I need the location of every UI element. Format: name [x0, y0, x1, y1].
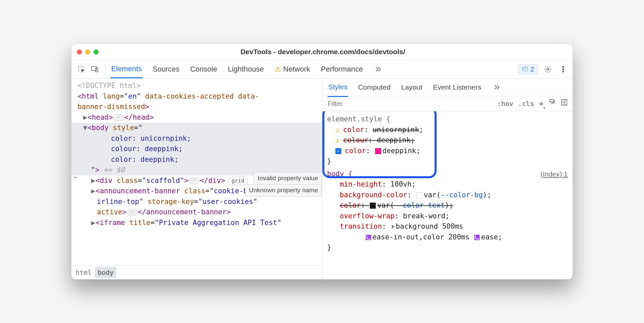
- svg-point-7: [562, 71, 564, 72]
- breadcrumb[interactable]: html body: [71, 265, 322, 279]
- decl-overflow-wrap[interactable]: overflow-wrap: break-word;: [327, 211, 568, 222]
- sidebar-subtabs: Styles Computed Layout Event Listeners: [322, 79, 573, 96]
- easing-icon[interactable]: [474, 235, 480, 240]
- styles-filterbar: :hov .cls +▾: [322, 96, 573, 111]
- window-title: DevTools - developer.chrome.com/docs/dev…: [99, 48, 547, 56]
- ellipsis-icon[interactable]: ⋯: [188, 178, 200, 184]
- selected-body-node[interactable]: ⋯ ▼<body style=" color: unicornpink; col…: [71, 123, 322, 176]
- titlebar: DevTools - developer.chrome.com/docs/dev…: [71, 44, 573, 60]
- inspect-element-icon[interactable]: [75, 63, 88, 75]
- more-menu-icon[interactable]: [558, 64, 569, 75]
- ellipsis-icon[interactable]: ⋯: [113, 114, 124, 121]
- styles-sidebar: Styles Computed Layout Event Listeners :…: [322, 79, 573, 279]
- toolbar-right: 2: [518, 64, 569, 75]
- computed-toggle-icon[interactable]: [560, 99, 568, 109]
- decl-bg[interactable]: background-color: var(--color-bg);: [327, 190, 568, 201]
- decl-transition-cont[interactable]: ease-in-out,color 200ms ease;: [327, 232, 568, 243]
- decl-transition[interactable]: transition: background 500ms: [327, 221, 568, 232]
- announcement-banner-2: irline-top" storage-key="user-cookies": [71, 197, 322, 207]
- rule-close-body: }: [327, 242, 568, 253]
- crumb-body[interactable]: body: [95, 267, 116, 278]
- maximize-window-icon[interactable]: [94, 49, 99, 55]
- svg-rect-3: [522, 67, 527, 71]
- separator: [106, 65, 106, 74]
- decl-color[interactable]: color: var(--color-text);: [327, 200, 568, 211]
- selector-element-style: element.style {: [327, 114, 568, 125]
- svg-rect-9: [561, 100, 567, 105]
- settings-icon[interactable]: [542, 64, 553, 75]
- tab-lighthouse[interactable]: Lighthouse: [227, 61, 265, 78]
- color-swatch-icon[interactable]: [375, 148, 381, 154]
- color-swatch-icon[interactable]: [370, 203, 376, 209]
- cls-toggle[interactable]: .cls: [518, 99, 534, 109]
- crumb-html[interactable]: html: [75, 267, 92, 278]
- svg-point-5: [562, 66, 564, 68]
- svg-point-6: [562, 69, 564, 70]
- main-toolbar: Elements Sources Console Lighthouse Netw…: [71, 60, 573, 79]
- panel-tabs: Elements Sources Console Lighthouse Netw…: [111, 61, 383, 78]
- warning-icon: ⚠: [335, 136, 340, 144]
- more-tabs-icon[interactable]: [373, 64, 383, 75]
- subtab-listeners[interactable]: Event Listeners: [432, 78, 482, 97]
- styles-rules[interactable]: element.style { ⚠color: unicornpink; ⚠co…: [322, 111, 573, 279]
- color-swatch-icon[interactable]: [417, 192, 423, 198]
- more-subtabs-icon[interactable]: [491, 82, 502, 93]
- dom-tree[interactable]: <!DOCTYPE html> <html lang="en" data-coo…: [71, 79, 322, 265]
- elements-panel: <!DOCTYPE html> <html lang="en" data-coo…: [71, 79, 322, 279]
- subtab-layout[interactable]: Layout: [400, 78, 423, 97]
- paint-icon[interactable]: [548, 99, 556, 109]
- checkbox-icon[interactable]: ✓: [335, 148, 341, 154]
- decl-color-invalid[interactable]: ⚠color: unicornpink;: [327, 125, 568, 135]
- head-line[interactable]: ▶<head>⋯</head>: [71, 112, 322, 123]
- rule-close: }: [327, 156, 568, 167]
- traffic-lights: [77, 49, 99, 55]
- svg-point-4: [547, 68, 549, 70]
- source-link[interactable]: (index):1: [540, 169, 568, 180]
- grid-badge[interactable]: grid: [228, 177, 248, 185]
- decl-min-height[interactable]: min-height: 100vh;: [327, 179, 568, 190]
- tab-performance[interactable]: Performance: [320, 61, 364, 78]
- easing-icon[interactable]: [366, 235, 371, 240]
- announcement-banner-3: active>⋯</announcement-banner>: [71, 207, 322, 218]
- style-line-2: colour: deeppink;: [71, 144, 322, 154]
- selector-body: body {: [327, 169, 568, 180]
- decl-color-valid[interactable]: ✓color: deeppink;: [327, 146, 568, 156]
- element-style-rule[interactable]: element.style { ⚠color: unicornpink; ⚠co…: [327, 114, 568, 167]
- iframe-line[interactable]: ▶<iframe title="Private Aggregation API …: [71, 218, 322, 228]
- devtools-window: DevTools - developer.chrome.com/docs/dev…: [71, 43, 573, 280]
- tooltip-invalid-value: Invalid property value: [254, 172, 322, 185]
- tooltip-unknown-name: Unknown property name: [245, 184, 322, 197]
- content-area: <!DOCTYPE html> <html lang="en" data-coo…: [71, 79, 573, 279]
- tab-console[interactable]: Console: [189, 61, 218, 78]
- overflow-icon[interactable]: ⋯: [73, 172, 78, 183]
- doctype-line[interactable]: <!DOCTYPE html>: [71, 81, 322, 91]
- styles-filter-input[interactable]: [327, 100, 492, 108]
- close-window-icon[interactable]: [77, 49, 82, 55]
- tab-elements[interactable]: Elements: [111, 61, 143, 78]
- hov-toggle[interactable]: :hov: [497, 99, 513, 109]
- minimize-window-icon[interactable]: [85, 49, 90, 55]
- new-rule-icon[interactable]: +▾: [539, 97, 544, 110]
- device-toolbar-icon[interactable]: [89, 63, 101, 75]
- expand-icon[interactable]: [392, 225, 394, 229]
- issues-count: 2: [530, 66, 534, 73]
- tab-sources[interactable]: Sources: [152, 61, 180, 78]
- subtab-computed[interactable]: Computed: [357, 78, 391, 97]
- html-open-cont[interactable]: banner-dismissed>: [71, 102, 322, 112]
- style-line-3: color: deeppink;: [71, 154, 322, 165]
- subtab-styles[interactable]: Styles: [328, 78, 348, 97]
- ellipsis-icon[interactable]: ⋯: [127, 209, 138, 216]
- decl-colour-unknown[interactable]: ⚠colour: deeppink;: [327, 135, 568, 146]
- body-rule[interactable]: (index):1 body { min-height: 100vh; back…: [327, 169, 568, 253]
- tab-network[interactable]: Network: [274, 61, 311, 78]
- html-open[interactable]: <html lang="en" data-cookies-accepted da…: [71, 91, 322, 102]
- svg-rect-8: [550, 100, 554, 102]
- warning-icon: ⚠: [335, 126, 340, 134]
- style-line-1: color: unicornpink;: [71, 133, 322, 144]
- issues-badge[interactable]: 2: [518, 65, 538, 74]
